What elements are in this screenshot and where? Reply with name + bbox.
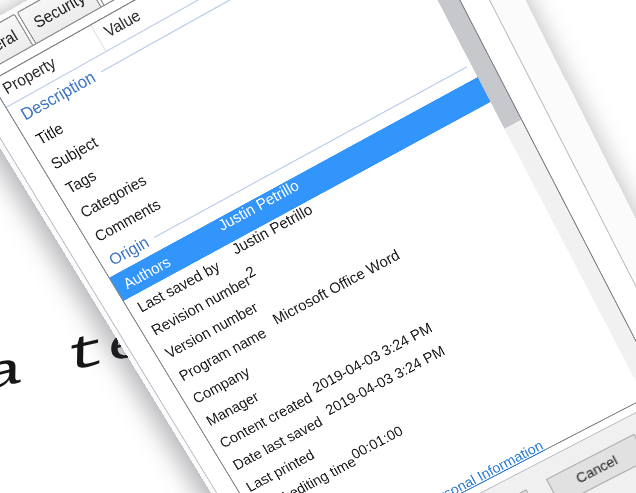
screenshot-root: a test General Security Details Previous… (0, 0, 636, 493)
